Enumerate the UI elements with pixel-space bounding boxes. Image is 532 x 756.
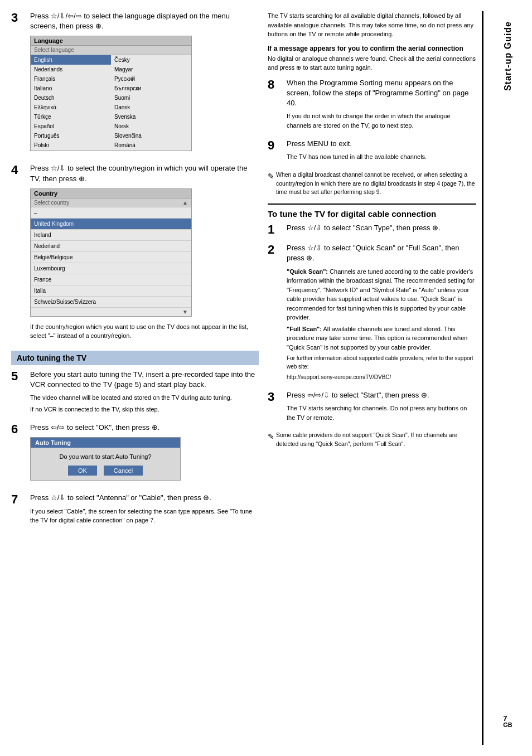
auto-tuning-dialog: Auto Tuning Do you want to start Auto Tu… <box>30 437 181 481</box>
note-digital-broadcast: ✎ When a digital broadcast channel canno… <box>268 171 476 197</box>
cable-step-2-number: 2 <box>268 243 283 256</box>
language-row-portugues: Português <box>31 131 111 140</box>
cable-step-3-content: Press ⇦/⇨/⇩ to select "Start", then pres… <box>287 390 476 424</box>
step-7: 7 Press ☆/⇩ to select "Antenna" or "Cabl… <box>11 493 259 527</box>
step-6-title: Press ⇦/⇨ to select "OK", then press ⊕. <box>30 423 259 433</box>
language-row-dansk: Dansk <box>111 103 191 112</box>
language-menu-body: English Nederlands Français Italiano Deu… <box>31 55 191 151</box>
language-row-polski: Polski <box>31 140 111 150</box>
step-4-title: Press ☆/⇩ to select the country/region i… <box>30 163 259 183</box>
country-menu-table: Country Select country ▲ – United Kingdo… <box>30 188 192 317</box>
language-row-romana: Română <box>111 140 191 150</box>
step-8-number: 8 <box>268 78 283 91</box>
country-row-france: France <box>31 274 191 285</box>
aerial-connection-body: No digital or analogue channels were fou… <box>268 54 476 72</box>
step-9-number: 9 <box>268 139 283 152</box>
step-3-number: 3 <box>11 11 27 25</box>
left-column: 3 Press ☆/⇩/⇦/⇨ to select the language d… <box>11 11 259 534</box>
cable-step-2-content: Press ☆/⇩ to select "Quick Scan" or "Ful… <box>287 243 476 384</box>
country-subheader-label: Select country <box>34 200 69 206</box>
country-scroll-down: ▼ <box>31 308 191 316</box>
country-row-dash: – <box>31 207 191 219</box>
step-5: 5 Before you start auto tuning the TV, i… <box>11 370 259 416</box>
step-4-number: 4 <box>11 163 27 177</box>
country-row-schweiz: Schweiz/Suisse/Svizzera <box>31 297 191 308</box>
two-col-layout: 3 Press ☆/⇩/⇦/⇨ to select the language d… <box>11 11 476 534</box>
language-row-english: English <box>31 55 111 65</box>
language-menu-subheader: Select language <box>31 46 191 55</box>
step-7-content: Press ☆/⇩ to select "Antenna" or "Cable"… <box>30 493 259 527</box>
step-8-body: If you do not wish to change the order i… <box>287 112 476 130</box>
cable-note-quick-scan: ✎ Some cable providers do not support "Q… <box>268 431 476 449</box>
cable-step-3: 3 Press ⇦/⇨/⇩ to select "Start", then pr… <box>268 390 476 424</box>
step-7-body1: If you select "Cable", the screen for se… <box>30 507 259 525</box>
dialog-message: Do you want to start Auto Tuning? <box>35 453 176 460</box>
step-4-content: Press ☆/⇩ to select the country/region i… <box>30 163 259 342</box>
language-row-bulgarian: Български <box>111 84 191 93</box>
country-scroll-indicator: ▲ <box>182 200 188 206</box>
step-9: 9 Press MENU to exit. The TV has now tun… <box>268 139 476 164</box>
page-number-container: 7 GB <box>503 721 512 728</box>
language-row-turkce: Türkçe <box>31 112 111 122</box>
step-7-number: 7 <box>11 493 27 506</box>
note-digital-text: When a digital broadcast channel cannot … <box>276 171 476 197</box>
cable-step-2-url: http://support.sony-europe.com/TV/DVBC/ <box>287 373 476 381</box>
language-col-2: Česky Magyar Русский Български Suomi Dan… <box>111 55 191 151</box>
step-3-content: Press ☆/⇩/⇦/⇨ to select the language dis… <box>30 11 259 157</box>
dialog-buttons: OK Cancel <box>35 466 176 476</box>
right-intro-body: The TV starts searching for all availabl… <box>268 11 476 39</box>
step-3: 3 Press ☆/⇩/⇦/⇨ to select the language d… <box>11 11 259 157</box>
country-row-uk: United Kingdom <box>31 219 191 230</box>
cable-step-1-content: Press ☆/⇩ to select "Scan Type", then pr… <box>287 223 476 236</box>
step-6-content: Press ⇦/⇨ to select "OK", then press ⊕. … <box>30 423 259 486</box>
dialog-ok-button[interactable]: OK <box>68 466 97 476</box>
language-row-svenska: Svenska <box>111 112 191 122</box>
step-9-body: The TV has now tuned in all the availabl… <box>287 152 476 162</box>
country-row-luxembourg: Luxembourg <box>31 263 191 274</box>
step-4: 4 Press ☆/⇩ to select the country/region… <box>11 163 259 342</box>
step-5-title: Before you start auto tuning the TV, ins… <box>30 370 259 390</box>
language-row-nederlands: Nederlands <box>31 65 111 74</box>
language-row-deutsch: Deutsch <box>31 93 111 103</box>
step-6-number: 6 <box>11 423 27 436</box>
country-row-italia: Italia <box>31 285 191 297</box>
language-row-slovencina: Slovenčina <box>111 131 191 140</box>
step-5-number: 5 <box>11 370 27 383</box>
language-menu-header: Language <box>31 36 191 46</box>
language-row-italiano: Italiano <box>31 84 111 93</box>
cable-step-2-full-scan: "Full Scan": All available channels are … <box>287 324 476 352</box>
full-scan-label: "Full Scan": <box>287 326 322 332</box>
country-menu-subheader: Select country ▲ <box>31 198 191 207</box>
step-5-body2: If no VCR is connected to the TV, skip t… <box>30 405 259 414</box>
language-row-espanol: Español <box>31 122 111 131</box>
cable-step-1: 1 Press ☆/⇩ to select "Scan Type", then … <box>268 223 476 236</box>
step-7-title: Press ☆/⇩ to select "Antenna" or "Cable"… <box>30 493 259 503</box>
language-row-norsk: Norsk <box>111 122 191 131</box>
language-row-suomi: Suomi <box>111 93 191 103</box>
main-content: 3 Press ☆/⇩/⇦/⇨ to select the language d… <box>11 11 482 745</box>
dialog-body: Do you want to start Auto Tuning? OK Can… <box>31 448 180 480</box>
right-sidebar: Start-up Guide 7 GB <box>482 11 532 745</box>
cable-step-2-quick-scan: "Quick Scan": Channels are tuned accordi… <box>287 267 476 322</box>
quick-scan-label: "Quick Scan": <box>287 268 328 275</box>
step-5-content: Before you start auto tuning the TV, ins… <box>30 370 259 416</box>
step-9-title: Press MENU to exit. <box>287 139 476 149</box>
language-row-greek: Ελληνικά <box>31 103 111 112</box>
step-8: 8 When the Programme Sorting menu appear… <box>268 78 476 133</box>
right-column: The TV starts searching for all availabl… <box>259 11 476 534</box>
step-4-note: If the country/region which you want to … <box>30 322 259 341</box>
aerial-connection-heading: If a message appears for you to confirm … <box>268 45 476 52</box>
language-row-magyar: Magyar <box>111 65 191 74</box>
language-row-cesky: Česky <box>111 55 191 65</box>
sidebar-title: Start-up Guide <box>503 21 513 91</box>
language-col-1: English Nederlands Français Italiano Deu… <box>31 55 111 151</box>
country-row-belgie: België/Belgique <box>31 252 191 263</box>
step-6: 6 Press ⇦/⇨ to select "OK", then press ⊕… <box>11 423 259 486</box>
cable-note-text: Some cable providers do not support "Qui… <box>276 431 476 449</box>
note-icon: ✎ <box>268 171 274 182</box>
language-row-russian: Русский <box>111 74 191 84</box>
page-number: 7 <box>503 714 507 723</box>
dialog-cancel-button[interactable]: Cancel <box>104 466 143 476</box>
language-menu-table: Language Select language English Nederla… <box>30 36 192 151</box>
cable-step-1-number: 1 <box>268 223 283 236</box>
